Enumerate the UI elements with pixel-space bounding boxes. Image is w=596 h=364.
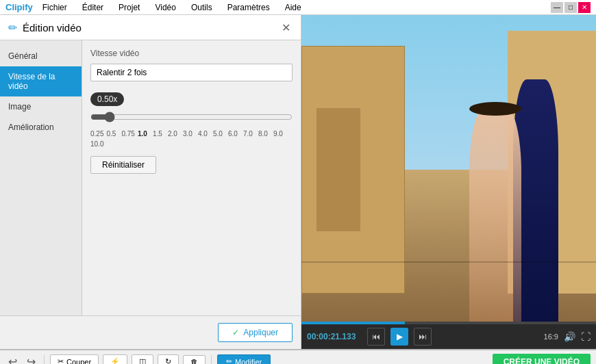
dialog-close-button[interactable]: ✕ — [279, 21, 293, 34]
speed-dropdown-container: Ralentir 2 fois Vitesse normale Accélére… — [90, 64, 293, 81]
fullscreen-icon[interactable]: ⛶ — [581, 331, 591, 342]
label-80: 8.0 — [258, 130, 271, 138]
rotate-button[interactable]: ↻ — [158, 354, 179, 364]
title-bar-left: Clipify Fichier Éditer Projet Vidéo Outi… — [5, 1, 307, 14]
redo-button[interactable]: ↪ — [24, 354, 38, 364]
toolbar-separator-2 — [211, 355, 212, 365]
menu-projet[interactable]: Projet — [113, 1, 145, 14]
scene-bldg2 — [316, 108, 361, 232]
label-15: 1.5 — [153, 130, 165, 138]
split-icon: ⚡ — [110, 357, 120, 364]
speed-slider-container — [90, 112, 293, 125]
video-scene — [301, 15, 596, 324]
timeline-toolbar: ↩ ↪ ✂ Couper ⚡ ◫ ↻ 🗑 ✏ Modifier CRÉER UN… — [0, 350, 596, 364]
label-60: 6.0 — [228, 130, 240, 138]
label-100: 10.0 — [90, 140, 103, 148]
app-logo: Clipify — [5, 2, 33, 12]
video-panel: 00:00:21.133 ⏮ ▶ ⏭ 16:9 🔊 ⛶ — [301, 15, 596, 349]
label-025: 0.25 — [90, 130, 103, 138]
prev-button[interactable]: ⏮ — [367, 328, 385, 346]
edition-dialog: ✏ Édition vidéo ✕ Général Vitesse de la … — [0, 15, 301, 349]
apply-button[interactable]: ✓ Appliquer — [218, 323, 293, 342]
apply-row: ✓ Appliquer — [0, 315, 301, 349]
aspect-ratio: 16:9 — [544, 333, 558, 341]
apply-label: Appliquer — [243, 328, 278, 337]
delete-icon: 🗑 — [190, 358, 198, 365]
modify-icon: ✏ — [226, 357, 232, 364]
trim-icon: ◫ — [139, 357, 146, 364]
window-close-button[interactable]: ✕ — [578, 2, 591, 13]
time-display: 00:00:21.133 — [307, 332, 362, 341]
speed-slider[interactable] — [90, 112, 293, 122]
scene-couple — [405, 46, 567, 324]
window-controls: — □ ✕ — [551, 2, 591, 13]
video-preview — [301, 15, 596, 324]
label-40: 4.0 — [198, 130, 210, 138]
label-10: 1.0 — [138, 130, 150, 138]
sidebar-item-vitesse[interactable]: Vitesse de la vidéo — [0, 66, 82, 96]
dialog-body: Général Vitesse de la vidéo Image Amélio… — [0, 40, 301, 315]
speed-section-title: Vitesse vidéo — [90, 49, 293, 58]
sidebar-item-image[interactable]: Image — [0, 96, 82, 117]
label-075: 0.75 — [121, 130, 134, 138]
dialog-edit-icon: ✏ — [8, 21, 17, 34]
apply-check-icon: ✓ — [232, 328, 239, 337]
split-button[interactable]: ⚡ — [103, 354, 127, 364]
video-progress-bar-bg — [301, 322, 596, 324]
reset-button[interactable]: Réinitialiser — [90, 156, 156, 174]
video-controls: 00:00:21.133 ⏮ ▶ ⏭ 16:9 🔊 ⛶ — [301, 324, 596, 349]
cut-button[interactable]: ✂ Couper — [50, 354, 99, 364]
label-05: 0.5 — [106, 130, 119, 138]
scene-road — [301, 261, 596, 263]
next-button[interactable]: ⏭ — [414, 328, 432, 346]
menu-fichier[interactable]: Fichier — [37, 1, 73, 14]
scene-person2 — [469, 107, 521, 324]
modify-label: Modifier — [235, 358, 262, 365]
scene-hair — [469, 102, 521, 116]
label-70: 7.0 — [243, 130, 256, 138]
menu-parametres[interactable]: Paramètres — [222, 1, 275, 14]
modify-button[interactable]: ✏ Modifier — [217, 354, 271, 364]
volume-icon: 🔊 — [564, 331, 575, 342]
speed-select[interactable]: Ralentir 2 fois Vitesse normale Accélére… — [90, 64, 293, 81]
delete-button[interactable]: 🗑 — [183, 355, 206, 365]
undo-button[interactable]: ↩ — [5, 354, 20, 364]
speed-labels: 0.25 0.5 0.75 1.0 1.5 2.0 3.0 4.0 5.0 6.… — [90, 130, 293, 148]
create-video-button[interactable]: CRÉER UNE VIDÉO — [493, 354, 591, 365]
dialog-sidebar: Général Vitesse de la vidéo Image Amélio… — [0, 40, 82, 315]
dialog-title-text: ✏ Édition vidéo — [8, 21, 82, 34]
label-90: 9.0 — [273, 130, 286, 138]
trim-button[interactable]: ◫ — [132, 354, 153, 364]
toolbar-separator-1 — [44, 355, 45, 365]
menu-outils[interactable]: Outils — [186, 1, 218, 14]
menu-editer[interactable]: Éditer — [77, 1, 109, 14]
cut-icon: ✂ — [58, 357, 64, 364]
menu-aide[interactable]: Aide — [280, 1, 307, 14]
main-content: ✏ Édition vidéo ✕ Général Vitesse de la … — [0, 15, 596, 349]
maximize-button[interactable]: □ — [564, 2, 577, 13]
sidebar-item-amelioration[interactable]: Amélioration — [0, 117, 82, 138]
title-bar: Clipify Fichier Éditer Projet Vidéo Outi… — [0, 0, 596, 15]
label-50: 5.0 — [213, 130, 225, 138]
dialog-content: Vitesse vidéo Ralentir 2 fois Vitesse no… — [82, 40, 301, 315]
label-30: 3.0 — [183, 130, 195, 138]
dialog-title-label: Édition vidéo — [23, 22, 82, 34]
menu-video[interactable]: Vidéo — [149, 1, 181, 14]
play-button[interactable]: ▶ — [390, 328, 408, 346]
minimize-button[interactable]: — — [551, 2, 563, 13]
video-progress-fill — [301, 322, 405, 324]
rotate-icon: ↻ — [165, 357, 171, 364]
sidebar-item-general[interactable]: Général — [0, 46, 82, 66]
speed-badge: 0.50x — [90, 92, 124, 106]
timeline-area: ↩ ↪ ✂ Couper ⚡ ◫ ↻ 🗑 ✏ Modifier CRÉER UN… — [0, 349, 596, 364]
label-20: 2.0 — [168, 130, 180, 138]
cut-label: Couper — [66, 358, 91, 365]
dialog-title-bar: ✏ Édition vidéo ✕ — [0, 15, 301, 40]
